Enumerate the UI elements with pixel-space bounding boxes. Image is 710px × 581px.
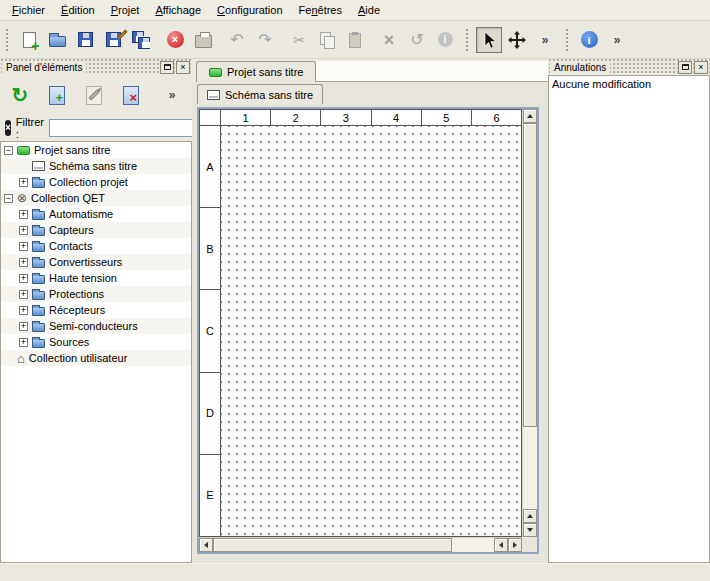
dock-close-button[interactable]: × <box>694 61 708 74</box>
main-area: Panel d'éléments × ↻ + × » <box>0 59 710 563</box>
redo-button[interactable]: ↷ <box>252 27 278 53</box>
menu-edition[interactable]: Édition <box>53 2 103 18</box>
tree-item-automatisme[interactable]: Automatisme <box>1 206 191 222</box>
expand-expander-icon[interactable] <box>19 258 28 267</box>
element-info-button[interactable]: i <box>432 27 458 53</box>
save-as-icon <box>106 32 121 47</box>
about-button[interactable]: i <box>576 27 602 53</box>
cut-button[interactable]: ✂ <box>286 27 312 53</box>
print-button[interactable] <box>190 27 216 53</box>
menu-fichier[interactable]: Fichier <box>4 2 53 18</box>
vertical-scroll-thumb[interactable] <box>523 123 537 427</box>
vertical-scrollbar[interactable] <box>522 109 537 537</box>
expand-expander-icon[interactable] <box>19 178 28 187</box>
expand-expander-icon[interactable] <box>19 274 28 283</box>
scroll-up-button[interactable] <box>523 109 537 123</box>
save-as-button[interactable] <box>100 27 126 53</box>
tree-item-contacts[interactable]: Contacts <box>1 238 191 254</box>
toolbar-grip[interactable] <box>465 28 469 52</box>
edit-element-button[interactable] <box>79 80 109 110</box>
schema-tab[interactable]: Schéma sans titre <box>197 84 323 104</box>
close-file-button[interactable]: × <box>162 27 188 53</box>
paste-button[interactable] <box>342 27 368 53</box>
tree-item-schema[interactable]: Schéma sans titre <box>1 158 191 174</box>
expand-expander-icon[interactable] <box>19 290 28 299</box>
menu-fenetres[interactable]: Fenêtres <box>291 2 350 18</box>
save-all-button[interactable] <box>128 27 154 53</box>
toolbar-overflow-button-2[interactable]: » <box>604 27 630 53</box>
diagram-canvas[interactable] <box>221 126 521 536</box>
expand-expander-icon[interactable] <box>19 242 28 251</box>
new-project-button[interactable]: + <box>16 27 42 53</box>
menu-affichage[interactable]: Affichage <box>147 2 209 18</box>
scroll-down-button[interactable] <box>523 523 537 537</box>
tree-item-collection-utilisateur[interactable]: ⌂ Collection utilisateur <box>1 350 191 366</box>
expand-expander-icon[interactable] <box>19 338 28 347</box>
expand-expander-icon[interactable] <box>19 306 28 315</box>
delete-element-button[interactable]: × <box>116 80 146 110</box>
float-icon <box>164 64 171 70</box>
undo-history-list[interactable]: Aucune modification <box>548 75 710 563</box>
toolbar-grip[interactable] <box>5 28 9 52</box>
filter-label: Filtrer : <box>16 116 44 140</box>
expand-expander-icon[interactable] <box>19 322 28 331</box>
scroll-right-button[interactable] <box>508 538 522 552</box>
column-label: 4 <box>372 110 422 125</box>
horizontal-scroll-track[interactable] <box>452 538 494 552</box>
tree-item-protections[interactable]: Protections <box>1 286 191 302</box>
vertical-scroll-track[interactable] <box>523 427 537 509</box>
tree-item-collection-projet[interactable]: Collection projet <box>1 174 191 190</box>
dock-title-label: Panel d'éléments <box>2 62 86 73</box>
open-project-button[interactable] <box>44 27 70 53</box>
cut-icon: ✂ <box>293 33 305 47</box>
delete-button[interactable]: × <box>376 27 402 53</box>
menu-aide[interactable]: Aide <box>350 2 388 18</box>
qelectrotech-window: Fichier Édition Projet Affichage Configu… <box>0 0 710 581</box>
select-mode-button[interactable] <box>476 27 502 53</box>
dock-close-button[interactable]: × <box>176 61 190 74</box>
filter-input[interactable] <box>49 119 197 137</box>
collapse-expander-icon[interactable] <box>4 146 13 155</box>
dock-float-button[interactable] <box>678 61 692 74</box>
menu-projet[interactable]: Projet <box>103 2 148 18</box>
collapse-expander-icon[interactable] <box>4 194 13 203</box>
dock-float-button[interactable] <box>160 61 174 74</box>
scroll-left-button-2[interactable] <box>494 538 508 552</box>
save-project-button[interactable] <box>72 27 98 53</box>
close-icon: × <box>180 63 185 72</box>
panel-overflow-button[interactable]: » <box>157 80 187 110</box>
reload-collections-button[interactable]: ↻ <box>5 80 35 110</box>
scroll-left-button[interactable] <box>199 538 213 552</box>
undo-panel-titlebar[interactable]: Annulations × <box>548 59 710 75</box>
horizontal-scroll-thumb[interactable] <box>213 538 452 552</box>
tree-item-haute-tension[interactable]: Haute tension <box>1 270 191 286</box>
paste-icon <box>349 33 361 48</box>
tree-item-capteurs[interactable]: Capteurs <box>1 222 191 238</box>
tree-item-convertisseurs[interactable]: Convertisseurs <box>1 254 191 270</box>
undo-button[interactable]: ↶ <box>224 27 250 53</box>
move-mode-button[interactable] <box>504 27 530 53</box>
scroll-up-button-2[interactable] <box>523 509 537 523</box>
arrow-left-icon <box>499 542 503 548</box>
horizontal-scrollbar[interactable] <box>199 537 522 552</box>
new-element-button[interactable]: + <box>42 80 72 110</box>
tree-item-recepteurs[interactable]: Récepteurs <box>1 302 191 318</box>
clear-filter-button[interactable]: × <box>5 120 11 136</box>
tree-item-project[interactable]: Projet sans titre <box>1 142 191 158</box>
project-tab[interactable]: Projet sans titre <box>196 61 316 82</box>
column-label: 5 <box>422 110 472 125</box>
menu-configuration[interactable]: Configuration <box>209 2 290 18</box>
diagram-page[interactable]: 1 2 3 4 5 6 A B C D E <box>199 109 522 537</box>
toolbar-overflow-button[interactable]: » <box>532 27 558 53</box>
elements-panel-titlebar[interactable]: Panel d'éléments × <box>0 59 192 75</box>
delete-element-icon: × <box>123 86 139 105</box>
expand-expander-icon[interactable] <box>19 210 28 219</box>
tree-item-collection-qet[interactable]: ⊗ Collection QET <box>1 190 191 206</box>
copy-button[interactable] <box>314 27 340 53</box>
rotate-button[interactable]: ↺ <box>404 27 430 53</box>
toolbar-grip[interactable] <box>565 28 569 52</box>
expand-expander-icon[interactable] <box>19 226 28 235</box>
folder-icon <box>32 243 45 252</box>
tree-item-sources[interactable]: Sources <box>1 334 191 350</box>
tree-item-semi-conducteurs[interactable]: Semi-conducteurs <box>1 318 191 334</box>
